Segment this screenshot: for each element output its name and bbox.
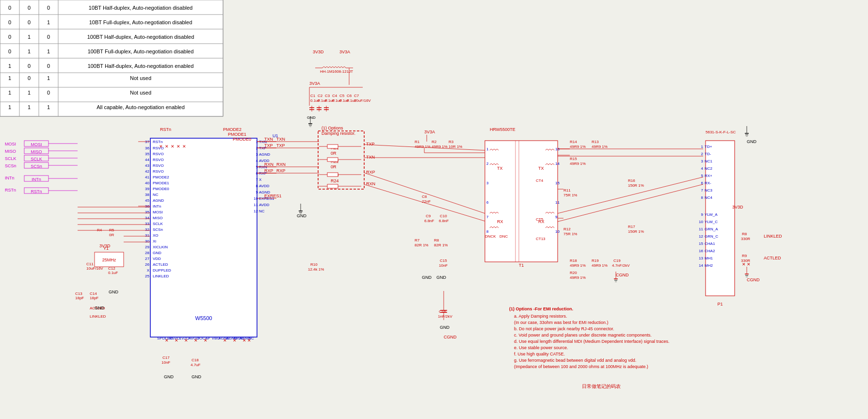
svg-text:10nF: 10nF bbox=[439, 263, 448, 268]
svg-text:75R 1%: 75R 1% bbox=[563, 232, 577, 236]
svg-text:27: 27 bbox=[145, 257, 149, 261]
svg-text:100BT Half-duplex, Auto-negoti: 100BT Half-duplex, Auto-negotiation disa… bbox=[87, 34, 194, 40]
svg-text:49R9 1%: 49R9 1% bbox=[570, 275, 586, 280]
svg-text:36: 36 bbox=[145, 204, 149, 209]
svg-text:25MHz: 25MHz bbox=[102, 258, 116, 262]
svg-text:PMODE1: PMODE1 bbox=[153, 181, 169, 185]
svg-text:g. Use ferromagnetic bead betw: g. Use ferromagnetic bead between digita… bbox=[514, 358, 636, 363]
svg-text:R24: R24 bbox=[331, 178, 339, 183]
svg-text:6.8nF: 6.8nF bbox=[439, 219, 449, 223]
svg-text:10uF/16V: 10uF/16V bbox=[86, 266, 103, 271]
svg-text:0: 0 bbox=[47, 90, 50, 96]
svg-text:INTn: INTn bbox=[32, 177, 41, 182]
svg-text:HRW5500TE: HRW5500TE bbox=[490, 127, 515, 132]
svg-text:ACTLED: ACTLED bbox=[153, 262, 168, 267]
svg-text:10: 10 bbox=[699, 220, 703, 224]
svg-text:T1: T1 bbox=[519, 263, 524, 268]
svg-text:RSTn: RSTn bbox=[5, 188, 16, 193]
svg-text:26: 26 bbox=[145, 262, 149, 267]
svg-text:C1: C1 bbox=[310, 94, 316, 98]
svg-text:Xi: Xi bbox=[153, 239, 156, 243]
svg-text:39: 39 bbox=[145, 187, 149, 191]
svg-text:25: 25 bbox=[145, 274, 149, 278]
svg-text:41: 41 bbox=[145, 175, 149, 179]
svg-text:R9: R9 bbox=[742, 254, 747, 258]
svg-text:0: 0 bbox=[47, 5, 50, 11]
svg-text:SCSn: SCSn bbox=[31, 164, 42, 169]
svg-text:82R 1%: 82R 1% bbox=[434, 243, 448, 247]
svg-text:32: 32 bbox=[145, 227, 149, 232]
svg-text:AGND: AGND bbox=[259, 152, 270, 157]
svg-text:TXP: TXP bbox=[276, 143, 285, 148]
svg-text:0R: 0R bbox=[109, 233, 114, 237]
svg-text:RSVO: RSVO bbox=[153, 158, 164, 162]
svg-text:R1: R1 bbox=[415, 140, 420, 144]
svg-text:RXP: RXP bbox=[264, 168, 273, 173]
svg-text:1: 1 bbox=[47, 48, 50, 54]
svg-text:0: 0 bbox=[28, 75, 31, 81]
svg-text:YLW_A: YLW_A bbox=[705, 212, 718, 217]
svg-text:3V3D: 3V3D bbox=[313, 49, 324, 54]
svg-text:7: 7 bbox=[701, 188, 704, 193]
svg-text:GRN_C: GRN_C bbox=[705, 234, 718, 239]
svg-text:TX: TX bbox=[538, 166, 544, 171]
svg-text:日常做笔记的码农: 日常做笔记的码农 bbox=[582, 384, 621, 389]
svg-text:4: 4 bbox=[701, 166, 704, 171]
svg-text:C15: C15 bbox=[440, 258, 447, 263]
svg-text:b. Do not place power jack nea: b. Do not place power jack nearby RJ-45 … bbox=[514, 326, 614, 331]
svg-text:3V3D: 3V3D bbox=[732, 205, 743, 210]
svg-text:9: 9 bbox=[256, 190, 258, 194]
svg-text:TD+: TD+ bbox=[705, 145, 712, 149]
svg-text:11: 11 bbox=[254, 203, 258, 207]
svg-text:NC: NC bbox=[259, 209, 265, 213]
svg-text:16: 16 bbox=[555, 147, 560, 151]
svg-text:C9: C9 bbox=[426, 214, 431, 218]
svg-text:PMODE0: PMODE0 bbox=[233, 137, 251, 142]
svg-text:C19: C19 bbox=[613, 258, 621, 263]
svg-text:1: 1 bbox=[47, 104, 50, 110]
svg-text:15: 15 bbox=[555, 181, 560, 185]
svg-text:12: 12 bbox=[699, 234, 703, 239]
svg-text:3V3A: 3V3A bbox=[424, 129, 435, 134]
svg-text:1: 1 bbox=[8, 104, 11, 110]
svg-text:30: 30 bbox=[145, 239, 149, 243]
svg-text:0: 0 bbox=[8, 48, 11, 54]
svg-text:RXN: RXN bbox=[276, 162, 286, 167]
svg-text:0: 0 bbox=[8, 19, 11, 25]
svg-text:GRN_A: GRN_A bbox=[705, 227, 718, 231]
svg-text:1: 1 bbox=[8, 90, 11, 96]
svg-text:150R 1%: 150R 1% bbox=[628, 183, 644, 188]
svg-text:1: 1 bbox=[8, 63, 11, 69]
svg-text:49R9 1%: 49R9 1% bbox=[415, 145, 431, 149]
svg-text:R8: R8 bbox=[742, 232, 747, 236]
svg-text:✕: ✕ bbox=[177, 144, 180, 149]
svg-text:18pF: 18pF bbox=[75, 296, 84, 300]
svg-text:TXN: TXN bbox=[264, 137, 273, 142]
svg-text:C4: C4 bbox=[332, 94, 338, 98]
svg-text:NC1: NC1 bbox=[705, 159, 713, 163]
svg-text:CHA2: CHA2 bbox=[705, 249, 715, 253]
svg-text:C6: C6 bbox=[347, 94, 352, 98]
svg-text:CHA1: CHA1 bbox=[705, 242, 715, 246]
svg-text:SCLK: SCLK bbox=[153, 222, 163, 226]
svg-text:RXN: RXN bbox=[264, 162, 273, 167]
svg-text:MOSI: MOSI bbox=[153, 210, 162, 214]
svg-text:49R9 1%: 49R9 1% bbox=[592, 145, 608, 149]
svg-text:GND: GND bbox=[153, 251, 161, 255]
svg-text:6: 6 bbox=[486, 200, 489, 205]
svg-text:7: 7 bbox=[486, 215, 489, 219]
svg-text:(1) Options -For EMI reduction: (1) Options -For EMI reduction. bbox=[509, 306, 573, 311]
svg-text:38: 38 bbox=[145, 193, 149, 197]
svg-text:13: 13 bbox=[699, 256, 703, 260]
svg-text:R10: R10 bbox=[310, 262, 318, 267]
svg-text:34: 34 bbox=[145, 216, 149, 220]
svg-text:SCSn: SCSn bbox=[5, 163, 16, 168]
svg-text:1nF/2kV: 1nF/2kV bbox=[438, 314, 452, 319]
svg-text:1: 1 bbox=[28, 34, 31, 40]
svg-text:CT4: CT4 bbox=[536, 178, 544, 183]
svg-text:C17: C17 bbox=[162, 355, 170, 360]
svg-text:100BT Half-duplex, Auto-negoti: 100BT Half-duplex, Auto-negotiation enab… bbox=[88, 63, 194, 69]
svg-text:100BT Full-duplex, Auto-negoti: 100BT Full-duplex, Auto-negotiation disa… bbox=[88, 48, 194, 54]
svg-text:RSVO: RSVO bbox=[153, 152, 164, 156]
svg-text:CGND: CGND bbox=[616, 273, 629, 277]
